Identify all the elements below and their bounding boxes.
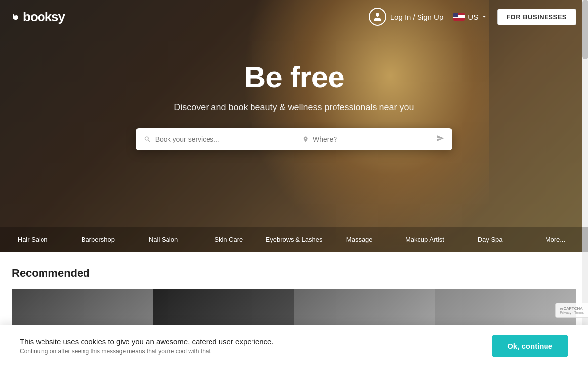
recaptcha-badge: reCAPTCHA Privacy · Terms <box>555 303 588 318</box>
hero-section: booksy Log In / Sign Up US FOR BUSINESSE… <box>0 0 588 252</box>
category-makeup-artist[interactable]: Makeup Artist <box>392 227 457 252</box>
nav-right: Log In / Sign Up US FOR BUSINESSES <box>369 8 576 26</box>
location-icon <box>302 135 309 143</box>
hero-title: Be free <box>244 59 344 94</box>
cookie-text-block: This website uses cookies to give you an… <box>20 337 274 355</box>
search-location-input[interactable] <box>313 128 432 150</box>
category-skin-care[interactable]: Skin Care <box>196 227 261 252</box>
us-flag-icon <box>453 13 465 21</box>
category-day-spa[interactable]: Day Spa <box>458 227 523 252</box>
category-hair-salon[interactable]: Hair Salon <box>0 227 65 252</box>
search-bar <box>136 128 452 150</box>
category-more[interactable]: More... <box>523 227 588 252</box>
category-bar: Hair Salon Barbershop Nail Salon Skin Ca… <box>0 227 588 252</box>
cookie-banner: This website uses cookies to give you an… <box>0 325 588 364</box>
navbar: booksy Log In / Sign Up US FOR BUSINESSE… <box>0 0 588 34</box>
category-nail-salon[interactable]: Nail Salon <box>130 227 196 252</box>
for-business-button[interactable]: FOR BUSINESSES <box>497 9 576 25</box>
hero-subtitle: Discover and book beauty & wellness prof… <box>174 102 414 113</box>
cookie-ok-button[interactable]: Ok, continue <box>492 335 568 357</box>
avatar-icon <box>369 8 386 26</box>
locale-selector[interactable]: US <box>453 13 487 21</box>
cookie-sub-text: Continuing on after seeing this message … <box>20 348 274 355</box>
search-services-container <box>136 128 294 150</box>
login-button[interactable]: Log In / Sign Up <box>369 8 444 26</box>
search-services-input[interactable] <box>155 128 286 150</box>
search-location-container <box>294 128 453 150</box>
chevron-down-icon <box>481 14 487 20</box>
cookie-main-text: This website uses cookies to give you an… <box>20 337 274 346</box>
send-location-icon[interactable] <box>436 134 444 144</box>
category-barbershop[interactable]: Barbershop <box>65 227 130 252</box>
logo[interactable]: booksy <box>12 9 65 25</box>
category-massage[interactable]: Massage <box>327 227 392 252</box>
search-icon <box>144 135 151 143</box>
category-eyebrows-lashes[interactable]: Eyebrows & Lashes <box>261 227 327 252</box>
recommended-title: Recommended <box>12 267 576 280</box>
